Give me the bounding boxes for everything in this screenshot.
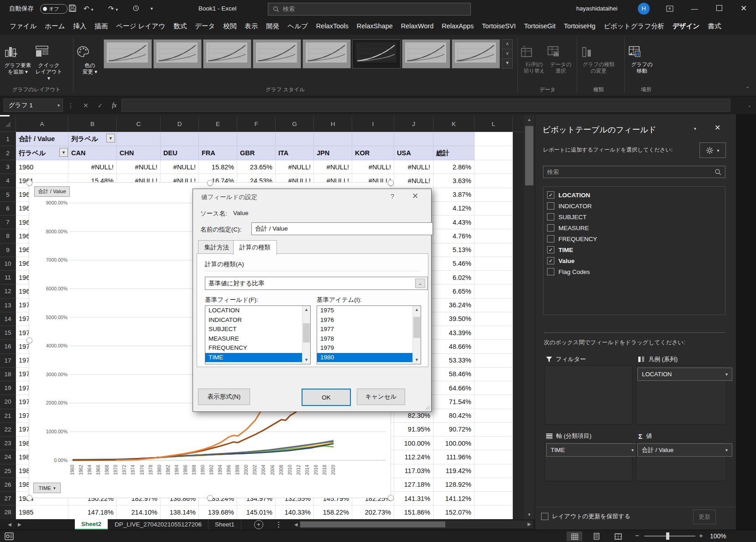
cell-K24[interactable]: 111.96% [433, 450, 474, 464]
change-colors-button[interactable]: 色の 変更 ▾ [76, 38, 104, 75]
name-box[interactable]: グラフ 1▾ [4, 99, 63, 112]
chart-style-thumbnail[interactable] [104, 39, 152, 68]
gallery-up-button[interactable]: ∧ [502, 39, 513, 49]
cell-K19[interactable]: 64.66% [433, 381, 474, 395]
cell-L11[interactable] [474, 271, 513, 284]
column-header-G[interactable]: G [276, 116, 314, 132]
cell-F1[interactable] [237, 132, 276, 146]
ribbon-tab-表示[interactable]: 表示 [240, 17, 262, 35]
cell-J4[interactable]: #NULL! [394, 174, 433, 188]
cell-header-GBR[interactable]: GBR [237, 146, 276, 160]
field-checkbox-Flag Codes[interactable] [547, 268, 554, 275]
base-item-item-1977[interactable]: 1977 [317, 325, 421, 334]
user-name[interactable]: hayashidataihei [576, 0, 617, 17]
cell-A3[interactable]: 1960 [16, 160, 68, 174]
base-item-listbox[interactable]: 197519761977197819791980▲▼ [317, 305, 421, 364]
autosave-toggle[interactable]: オフ [40, 4, 68, 14]
cell-K22[interactable]: 90.72% [433, 423, 474, 437]
cell-D28[interactable]: 138.14% [161, 505, 199, 519]
filter-drop-area[interactable] [545, 365, 632, 425]
cell-K14[interactable]: 39.50% [433, 312, 474, 326]
defer-layout-checkbox[interactable] [541, 513, 548, 520]
tab-summarize-by[interactable]: 集計方法 [198, 240, 235, 254]
quick-layout-button[interactable]: クイック レイアウト ▾ [35, 38, 63, 81]
dialog-resize-grip[interactable] [425, 405, 430, 410]
cell-C28[interactable]: 214.10% [117, 505, 161, 519]
select-all-corner[interactable] [0, 116, 16, 132]
touch-mode-icon[interactable] [132, 5, 140, 12]
cell-K3[interactable]: 2.86% [433, 160, 474, 174]
cell-L19[interactable] [474, 381, 513, 395]
cell-K18[interactable]: 58.46% [433, 368, 474, 381]
field-search-input[interactable]: 検索 [543, 166, 725, 178]
move-chart-button[interactable]: グラフの 移動 [628, 38, 656, 74]
insert-function-icon[interactable]: fx [112, 102, 116, 109]
ribbon-tab-TortoiseHg[interactable]: TortoiseHg [560, 17, 600, 35]
cell-L24[interactable] [474, 450, 513, 464]
row-header-24[interactable]: 24 [0, 450, 16, 464]
hscroll-left-icon[interactable]: ◀ [294, 522, 298, 527]
cell-L2[interactable] [474, 146, 513, 160]
minimize-button[interactable]: — [684, 0, 705, 17]
chart-resize-handle[interactable] [26, 337, 32, 343]
chart-resize-handle[interactable] [207, 495, 213, 501]
field-checkbox-TIME[interactable]: ✓ [547, 246, 554, 253]
ribbon-tab-挿入[interactable]: 挿入 [69, 17, 91, 35]
row-header-27[interactable]: 27 [0, 492, 16, 505]
row-header-14[interactable]: 14 [0, 312, 16, 326]
pill-caret-icon[interactable]: ▾ [725, 447, 728, 453]
values-drop-area[interactable]: 合計 / Value▾ [636, 441, 726, 481]
ribbon-tab-ヘルプ[interactable]: ヘルプ [283, 17, 312, 35]
cell-L23[interactable] [474, 437, 513, 450]
macro-record-icon[interactable] [5, 532, 14, 540]
row-header-26[interactable]: 26 [0, 478, 16, 492]
row-header-7[interactable]: 7 [0, 216, 16, 229]
base-item-item-1978[interactable]: 1978 [317, 334, 421, 344]
zoom-slider-thumb[interactable] [666, 532, 669, 540]
base-field-item-MEASURE[interactable]: MEASURE [205, 334, 310, 344]
close-button[interactable]: ✕ [733, 0, 754, 17]
row-header-13[interactable]: 13 [0, 299, 16, 312]
custom-name-input[interactable]: 合計 / Value [251, 222, 433, 235]
hscroll-right-icon[interactable]: ▶ [527, 521, 531, 526]
cell-E1[interactable] [199, 132, 237, 146]
column-header-I[interactable]: I [352, 116, 394, 132]
cell-I3[interactable]: #NULL! [352, 160, 394, 174]
cell-G3[interactable]: #NULL! [276, 160, 314, 174]
cell-L26[interactable] [474, 478, 513, 492]
base-item-scrollbar[interactable]: ▲▼ [412, 306, 421, 364]
row-header-9[interactable]: 9 [0, 243, 16, 257]
column-header-K[interactable]: K [433, 116, 474, 132]
cell-J25[interactable]: 117.03% [394, 464, 433, 478]
cell-L9[interactable] [474, 243, 513, 257]
chart-value-field-button[interactable]: 合計 / Value [34, 186, 70, 197]
cell-F3[interactable]: 23.65% [237, 160, 276, 174]
cell-H28[interactable]: 158.22% [314, 505, 352, 519]
column-labels-filter-button[interactable]: ▼ [106, 134, 115, 142]
cell-I28[interactable]: 202.73% [352, 505, 394, 519]
view-normal-button[interactable] [567, 531, 582, 541]
pane-close-icon[interactable]: ✕ [714, 123, 720, 132]
row-header-20[interactable]: 20 [0, 395, 16, 409]
gallery-more-button[interactable]: ▼ [502, 58, 513, 68]
row-header-4[interactable]: 4 [0, 174, 16, 188]
maximize-button[interactable] [709, 0, 730, 17]
chart-resize-handle[interactable] [388, 495, 394, 501]
cell-header-CAN[interactable]: CAN [68, 146, 117, 160]
pill-caret-icon[interactable]: ▾ [725, 372, 728, 377]
cell-K25[interactable]: 119.42% [433, 464, 474, 478]
field-checkbox-MEASURE[interactable] [547, 224, 554, 232]
ribbon-tab-RelaxApps[interactable]: RelaxApps [438, 17, 478, 35]
cell-header-総計[interactable]: 総計 [433, 146, 474, 160]
chart-style-thumbnail[interactable] [352, 39, 401, 68]
cell-header-USA[interactable]: USA [394, 146, 433, 160]
chart-resize-handle[interactable] [26, 495, 32, 501]
cell-E3[interactable]: 15.82% [199, 160, 237, 174]
row-header-18[interactable]: 18 [0, 368, 16, 381]
base-item-item-1979[interactable]: 1979 [317, 343, 421, 353]
field-checkbox-SUBJECT[interactable] [547, 213, 554, 221]
cell-C3[interactable]: #NULL! [117, 160, 161, 174]
ribbon-tab-RelaxWord[interactable]: RelaxWord [397, 17, 438, 35]
vertical-scrollbar[interactable]: ▲ ▼ [524, 115, 535, 519]
cell-header-CHN[interactable]: CHN [117, 146, 161, 160]
